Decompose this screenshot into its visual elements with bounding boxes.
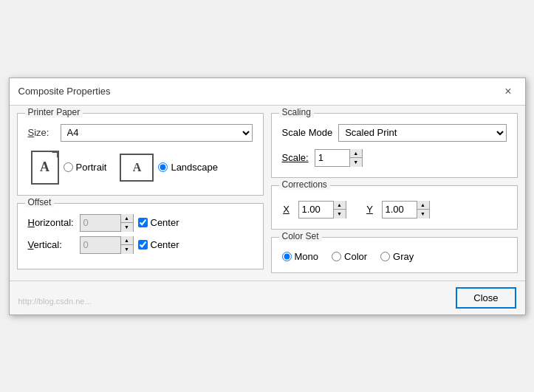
portrait-icon: A	[31, 151, 59, 185]
y-down-btn[interactable]: ▼	[417, 210, 429, 219]
corrections-group: Corrections X ▲ ▼ Y	[271, 185, 518, 230]
color-set-label: Color Set	[279, 231, 322, 241]
corrections-label: Corrections	[279, 179, 330, 190]
horizontal-down-btn[interactable]: ▼	[121, 223, 133, 232]
size-label: Size:	[28, 127, 55, 138]
color-radio-label[interactable]: Color	[332, 251, 367, 262]
vertical-label: Vertical:	[28, 239, 75, 250]
orientation-row: A Portrait A	[31, 151, 253, 185]
x-input[interactable]	[299, 202, 333, 218]
size-row: Size: A4 Letter Legal A3	[28, 124, 253, 142]
portrait-radio-label[interactable]: Portrait	[64, 162, 107, 173]
dialog-body: Printer Paper Size: A4 Letter Legal A3	[10, 106, 525, 281]
landscape-radio[interactable]	[158, 162, 168, 172]
horizontal-spin: ▲ ▼	[80, 214, 134, 232]
right-panel: Scaling Scale Mode Scaled Print Fit to P…	[271, 113, 518, 273]
scale-up-btn[interactable]: ▲	[350, 149, 362, 159]
left-panel: Printer Paper Size: A4 Letter Legal A3	[17, 113, 264, 273]
y-input[interactable]	[383, 202, 417, 218]
gray-radio-label[interactable]: Gray	[380, 251, 414, 262]
color-radio[interactable]	[332, 252, 341, 261]
scale-spin: ▲ ▼	[315, 149, 363, 167]
horizontal-input[interactable]	[81, 215, 120, 231]
mono-radio[interactable]	[282, 252, 292, 261]
dialog-title: Composite Properties	[18, 86, 111, 97]
y-spin-btns: ▲ ▼	[417, 201, 429, 219]
x-spin: ▲ ▼	[298, 201, 346, 219]
y-spin: ▲ ▼	[382, 201, 430, 219]
portrait-label: Portrait	[76, 162, 107, 173]
scale-input[interactable]	[315, 150, 349, 166]
y-up-btn[interactable]: ▲	[417, 201, 429, 210]
corrections-row: X ▲ ▼ Y ▲	[282, 201, 507, 219]
x-down-btn[interactable]: ▼	[334, 210, 346, 219]
scale-spin-btns: ▲ ▼	[349, 149, 362, 167]
scale-text: Scale:	[282, 152, 309, 163]
color-set-group: Color Set Mono Color Gray	[271, 237, 518, 273]
vertical-center-text: Center	[151, 239, 179, 250]
watermark: http://blog.csdn.ne...	[18, 297, 92, 306]
gray-radio[interactable]	[380, 252, 390, 261]
scaling-label: Scaling	[279, 107, 314, 117]
horizontal-center-text: Center	[151, 217, 179, 228]
mono-label: Mono	[295, 251, 319, 262]
scale-down-btn[interactable]: ▼	[350, 158, 362, 167]
color-set-row: Mono Color Gray	[282, 251, 507, 262]
horizontal-up-btn[interactable]: ▲	[121, 214, 133, 224]
x-spin-btns: ▲ ▼	[333, 201, 346, 219]
horizontal-label: Horizontal:	[28, 217, 75, 228]
size-select[interactable]: A4 Letter Legal A3	[61, 124, 253, 142]
composite-properties-dialog: Composite Properties × Printer Paper Siz…	[9, 78, 526, 315]
landscape-label: Landscape	[171, 162, 218, 173]
x-label: X	[282, 204, 291, 215]
scale-row: Scale: ▲ ▼	[282, 149, 507, 167]
printer-paper-group: Printer Paper Size: A4 Letter Legal A3	[17, 113, 264, 196]
horizontal-center-checkbox[interactable]	[138, 218, 148, 227]
vertical-down-btn[interactable]: ▼	[121, 245, 133, 254]
scale-mode-text: Scale Mode	[282, 127, 333, 138]
horizontal-spin-btns: ▲ ▼	[120, 214, 133, 232]
landscape-item: A Landscape	[120, 154, 218, 182]
close-button[interactable]: Close	[456, 287, 516, 309]
horizontal-row: Horizontal: ▲ ▼ Center	[28, 214, 253, 232]
portrait-item: A Portrait	[31, 151, 107, 185]
offset-group: Offset Horizontal: ▲ ▼	[17, 203, 264, 269]
scaling-group: Scaling Scale Mode Scaled Print Fit to P…	[271, 113, 518, 178]
vertical-spin-btns: ▲ ▼	[120, 236, 133, 254]
vertical-input[interactable]	[81, 237, 120, 253]
landscape-icon: A	[120, 154, 154, 182]
offset-label: Offset	[25, 197, 55, 207]
printer-paper-label: Printer Paper	[25, 107, 83, 117]
horizontal-center-label[interactable]: Center	[138, 217, 179, 228]
x-up-btn[interactable]: ▲	[334, 201, 346, 210]
portrait-radio[interactable]	[64, 162, 73, 172]
color-label: Color	[344, 251, 367, 262]
landscape-radio-label[interactable]: Landscape	[158, 162, 218, 173]
scale-mode-row: Scale Mode Scaled Print Fit to Page No S…	[282, 124, 507, 142]
dialog-footer: http://blog.csdn.ne... Close	[10, 281, 525, 314]
mono-radio-label[interactable]: Mono	[282, 251, 319, 262]
y-label: Y	[366, 204, 374, 215]
scale-mode-select[interactable]: Scaled Print Fit to Page No Scale	[338, 124, 506, 142]
title-close-button[interactable]: ×	[500, 84, 516, 99]
vertical-up-btn[interactable]: ▲	[121, 236, 133, 246]
vertical-spin: ▲ ▼	[80, 236, 134, 254]
title-bar: Composite Properties ×	[10, 78, 525, 106]
vertical-center-checkbox[interactable]	[138, 240, 148, 250]
vertical-row: Vertical: ▲ ▼ Center	[28, 236, 253, 254]
gray-label: Gray	[393, 251, 414, 262]
vertical-center-label[interactable]: Center	[138, 239, 179, 250]
